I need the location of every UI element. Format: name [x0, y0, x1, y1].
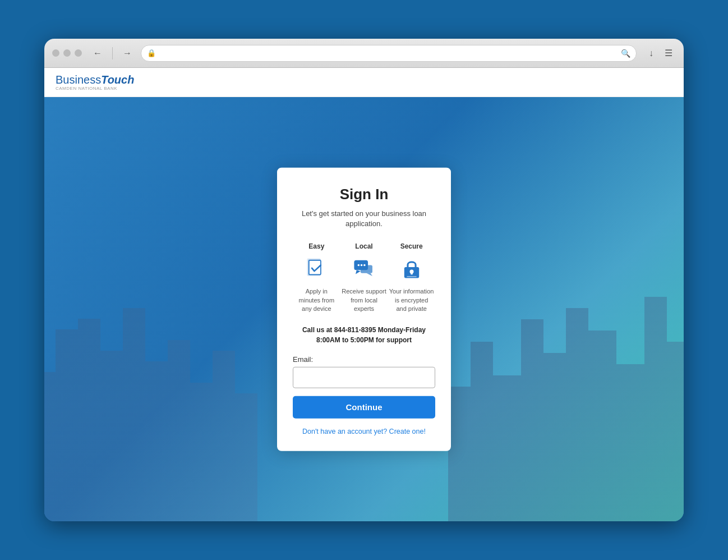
- svg-marker-4: [356, 270, 361, 274]
- features-row: Easy Apply in minutes from any device Lo…: [293, 242, 435, 313]
- address-bar: 🔒 🔍: [141, 45, 637, 62]
- signin-subtitle: Let's get started on your business loan …: [293, 209, 435, 229]
- nav-divider: [112, 47, 113, 59]
- signin-title: Sign In: [293, 186, 435, 203]
- svg-point-8: [361, 264, 363, 267]
- traffic-light-yellow: [63, 49, 71, 57]
- lock-icon: 🔒: [147, 49, 156, 57]
- feature-easy-desc: Apply in minutes from any device: [294, 287, 339, 313]
- browser-chrome: ← → 🔒 🔍 ↓ ☰: [44, 39, 684, 68]
- svg-marker-6: [366, 273, 372, 276]
- menu-button[interactable]: ☰: [661, 45, 676, 61]
- browser-actions: ↓ ☰: [646, 45, 676, 61]
- logo-touch: Touch: [101, 74, 134, 86]
- feature-local: Local: [342, 242, 386, 313]
- feature-easy-label: Easy: [308, 242, 324, 250]
- forward-button[interactable]: →: [119, 46, 135, 61]
- main-content: Sign In Let's get started on your busine…: [44, 97, 684, 521]
- feature-secure-icon-box: [398, 255, 426, 283]
- traffic-light-red: [52, 49, 59, 57]
- traffic-lights: [52, 49, 82, 57]
- feature-secure: Secure: [389, 242, 434, 313]
- feature-easy: Easy Apply in minutes from any device: [294, 242, 339, 313]
- svg-point-9: [363, 264, 366, 267]
- signin-card: Sign In Let's get started on your busine…: [277, 168, 451, 451]
- email-label: Email:: [293, 355, 435, 363]
- feature-secure-label: Secure: [400, 242, 423, 250]
- search-button[interactable]: 🔍: [621, 49, 630, 58]
- feature-easy-icon-box: [302, 255, 330, 283]
- browser-window: ← → 🔒 🔍 ↓ ☰ BusinessTouch Camden Nationa…: [44, 39, 684, 521]
- logo-text: BusinessTouch: [56, 74, 134, 86]
- back-button[interactable]: ←: [90, 46, 105, 61]
- secure-icon: [399, 256, 424, 281]
- logo-area: BusinessTouch Camden National Bank: [56, 74, 134, 91]
- svg-rect-13: [407, 276, 417, 277]
- create-account-link[interactable]: Don't have an account yet? Create one!: [293, 427, 435, 435]
- svg-rect-12: [411, 272, 413, 274]
- svg-point-7: [358, 264, 360, 267]
- feature-secure-desc: Your information is encrypted and privat…: [389, 287, 434, 313]
- feature-local-desc: Receive support from local experts: [342, 287, 386, 313]
- feature-local-label: Local: [355, 242, 372, 250]
- email-input[interactable]: [293, 366, 435, 388]
- local-icon: [352, 256, 376, 281]
- logo-sub: Camden National Bank: [56, 86, 134, 91]
- address-input[interactable]: [159, 49, 618, 57]
- site-navbar: BusinessTouch Camden National Bank: [44, 68, 684, 97]
- feature-local-icon-box: [350, 255, 378, 283]
- svg-rect-5: [361, 265, 372, 273]
- easy-icon: [304, 256, 329, 281]
- logo-brand: Business: [56, 74, 101, 86]
- traffic-light-green: [75, 49, 82, 57]
- continue-button[interactable]: Continue: [293, 396, 435, 418]
- download-button[interactable]: ↓: [646, 45, 657, 61]
- support-text: Call us at 844-811-8395 Monday-Friday 8:…: [293, 324, 435, 345]
